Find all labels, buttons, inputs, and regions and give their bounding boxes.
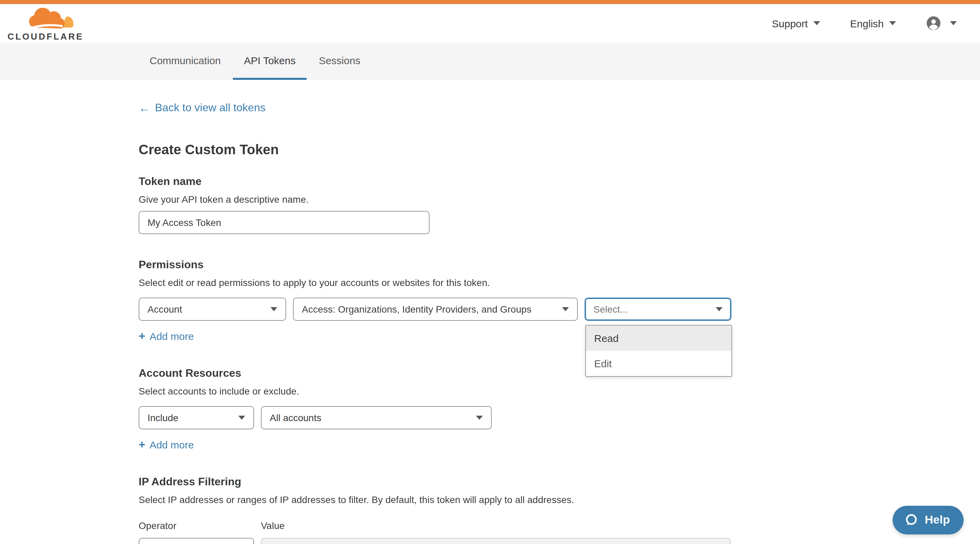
page-title: Create Custom Token [138, 142, 980, 157]
ip-filtering-section: IP Address Filtering Select IP addresses… [138, 476, 980, 544]
chevron-down-icon [270, 307, 277, 311]
main-content: ← Back to view all tokens Create Custom … [0, 80, 980, 544]
site-header: CLOUDFLARE Support English [0, 4, 980, 42]
account-resources-heading: Account Resources [138, 367, 980, 379]
permission-scope-dropdown[interactable]: Account [138, 297, 286, 320]
tab-api-tokens[interactable]: API Tokens [233, 42, 306, 80]
chat-bubble-icon [904, 512, 918, 528]
ip-filtering-controls-row: Select... [138, 538, 980, 544]
resource-mode-value: Include [148, 412, 178, 423]
account-resources-section: Account Resources Select accounts to inc… [138, 367, 980, 451]
resource-mode-dropdown[interactable]: Include [138, 406, 254, 429]
brand-top-bar [0, 0, 980, 4]
language-menu[interactable]: English [850, 17, 896, 29]
chevron-down-icon [476, 416, 483, 419]
permissions-section: Permissions Select edit or read permissi… [138, 259, 980, 342]
left-arrow-icon: ← [138, 102, 150, 114]
tab-sessions-label: Sessions [319, 54, 361, 66]
chevron-down-icon [889, 21, 896, 25]
back-to-tokens-link[interactable]: ← Back to view all tokens [138, 102, 266, 114]
tab-communication[interactable]: Communication [138, 42, 232, 80]
account-resources-description: Select accounts to include or exclude. [138, 385, 980, 396]
permissions-add-more-link[interactable]: + Add more [138, 330, 194, 342]
language-menu-label: English [850, 17, 884, 29]
chevron-down-icon [950, 21, 957, 25]
support-menu-label: Support [772, 17, 808, 29]
app-screen: CLOUDFLARE Support English Comm [0, 0, 980, 544]
plus-icon: + [138, 439, 145, 450]
header-right: Support English [772, 16, 957, 31]
support-menu[interactable]: Support [772, 17, 820, 29]
plus-icon: + [138, 330, 145, 342]
token-name-input[interactable] [138, 211, 430, 234]
chevron-down-icon [562, 307, 569, 311]
permissions-description: Select edit or read permissions to apply… [138, 277, 980, 288]
permission-resource-dropdown[interactable]: Access: Organizations, Identity Provider… [293, 297, 578, 320]
profile-tabbar: Communication API Tokens Sessions [0, 42, 980, 80]
ip-filtering-labels-row: Operator Value [138, 520, 980, 531]
chevron-down-icon [238, 416, 245, 419]
cloudflare-cloud-icon [24, 6, 80, 30]
permissions-heading: Permissions [138, 259, 980, 271]
ip-filtering-heading: IP Address Filtering [138, 476, 980, 488]
permission-resource-value: Access: Organizations, Identity Provider… [302, 303, 531, 314]
account-resources-add-more-link[interactable]: + Add more [138, 439, 194, 450]
permission-scope-value: Account [148, 303, 182, 314]
permission-access-value: Select... [593, 303, 628, 314]
back-link-label: Back to view all tokens [155, 102, 266, 114]
ip-operator-dropdown[interactable]: Select... [138, 538, 254, 544]
account-resources-add-more-label: Add more [150, 439, 194, 450]
token-name-description: Give your API token a descriptive name. [138, 193, 980, 205]
account-menu[interactable] [926, 16, 957, 31]
resource-accounts-value: All accounts [270, 412, 321, 423]
resource-accounts-dropdown[interactable]: All accounts [261, 406, 492, 429]
operator-label: Operator [138, 520, 261, 531]
chevron-down-icon [813, 21, 820, 25]
access-options-menu: Read Edit [585, 325, 732, 376]
permissions-controls-row: Account Access: Organizations, Identity … [138, 297, 980, 320]
tab-communication-label: Communication [150, 54, 221, 66]
cloudflare-logo-text: CLOUDFLARE [8, 32, 84, 41]
value-label: Value [261, 520, 285, 531]
ip-value-input[interactable] [261, 538, 731, 544]
permissions-add-more-label: Add more [150, 330, 194, 342]
cloudflare-logo[interactable]: CLOUDFLARE [8, 6, 84, 41]
menu-option-edit[interactable]: Edit [586, 351, 732, 376]
user-avatar-icon [926, 16, 941, 31]
tab-api-tokens-label: API Tokens [244, 54, 295, 66]
help-button[interactable]: Help [892, 506, 964, 534]
chevron-down-icon [716, 307, 722, 311]
menu-option-read[interactable]: Read [586, 325, 732, 351]
tab-sessions[interactable]: Sessions [308, 42, 372, 80]
account-resources-controls-row: Include All accounts [138, 406, 980, 429]
permission-access-dropdown[interactable]: Select... Read Edit [585, 297, 732, 320]
token-name-heading: Token name [138, 175, 980, 187]
help-button-label: Help [925, 513, 950, 527]
token-name-section: Token name Give your API token a descrip… [138, 175, 980, 234]
ip-filtering-description: Select IP addresses or ranges of IP addr… [138, 494, 980, 505]
